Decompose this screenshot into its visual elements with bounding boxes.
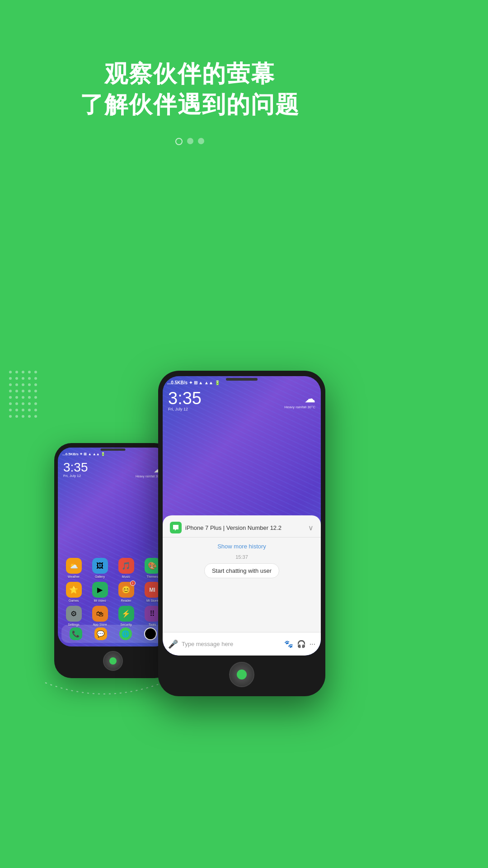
small-screen-content: ...0.5KB/s ✦ ⊞ ▲ ▲▲ 🔋 3:35 Fri, July 12 …	[58, 448, 168, 646]
small-status-data: ...0.5KB/s ✦ ⊞ ▲ ▲▲ 🔋	[62, 452, 105, 456]
gallery-app-label: Gallery	[95, 575, 105, 578]
small-phone-screen: ...0.5KB/s ✦ ⊞ ▲ ▲▲ 🔋 3:35 Fri, July 12 …	[58, 448, 168, 646]
large-status-data: ...0.5KB/s ✦ ⊞ ▲ ▲▲ 🔋	[167, 380, 220, 385]
chat-input-field[interactable]: Type message here	[182, 641, 281, 647]
reader-app-label: Reader	[121, 599, 131, 602]
small-status-bar: ...0.5KB/s ✦ ⊞ ▲ ▲▲ 🔋	[58, 448, 168, 460]
list-item[interactable]: ⭐ Games	[62, 582, 85, 602]
reader-app-icon: 😊1	[118, 582, 134, 598]
large-home-button[interactable]	[229, 662, 254, 687]
games-app-icon: ⭐	[66, 582, 82, 598]
chat-device-info: iPhone 7 Plus | Version Number 12.2	[185, 524, 282, 531]
header-line1: 观察伙伴的萤幕	[104, 61, 275, 87]
indicator-dot-3[interactable]	[198, 138, 204, 144]
dock-browser[interactable]: 🌐	[119, 627, 132, 640]
large-status-bar: ...0.5KB/s ✦ ⊞ ▲ ▲▲ 🔋	[163, 376, 321, 389]
settings-app-icon: ⚙	[66, 606, 82, 622]
large-screen-content: ...0.5KB/s ✦ ⊞ ▲ ▲▲ 🔋 3:35 Fri, July 12 …	[163, 376, 321, 656]
small-time: 3:35	[63, 461, 88, 474]
list-item[interactable]: ⚡ Security	[115, 606, 137, 626]
security-app-icon: ⚡	[118, 606, 134, 622]
list-item[interactable]: ▶ Mi Video	[89, 582, 111, 602]
large-phone-screen: ...0.5KB/s ✦ ⊞ ▲ ▲▲ 🔋 3:35 Fri, July 12 …	[163, 376, 321, 656]
headset-button[interactable]: 🎧	[297, 640, 306, 648]
themes-app-label: Themes	[146, 575, 158, 578]
header-section: 观察伙伴的萤幕 了解伙伴遇到的问题	[0, 0, 380, 120]
phones-section: ...0.5KB/s ✦ ⊞ ▲ ▲▲ 🔋 3:35 Fri, July 12 …	[0, 371, 380, 696]
list-item[interactable]: 😊1 Reader	[115, 582, 137, 602]
list-item[interactable]: ⚙ Settings	[62, 606, 85, 626]
list-item[interactable]: 🖼 Gallery	[89, 558, 111, 578]
chat-input-bar: 🎤 Type message here 🐾 🎧 ···	[163, 632, 321, 656]
small-clock-area: 3:35 Fri, July 12	[63, 461, 88, 478]
chat-header-left: iPhone 7 Plus | Version Number 12.2	[170, 522, 282, 533]
list-item[interactable]: ⛅ Weather	[62, 558, 85, 578]
small-home-button[interactable]	[103, 651, 123, 671]
chat-toolbar-icons: 🐾 🎧 ···	[284, 640, 315, 648]
large-weather-area: ☁ Heavy rainfall 30°C	[284, 392, 315, 409]
header-line2: 了解伙伴遇到的问题	[80, 91, 300, 118]
small-date: Fri, July 12	[63, 474, 88, 478]
large-clock-area: 3:35 Fri, July 12	[168, 390, 202, 411]
large-phone: ...0.5KB/s ✦ ⊞ ▲ ▲▲ 🔋 3:35 Fri, July 12 …	[158, 371, 325, 696]
small-phone: ...0.5KB/s ✦ ⊞ ▲ ▲▲ 🔋 3:35 Fri, July 12 …	[54, 443, 172, 678]
music-app-icon: 🎵	[118, 558, 134, 574]
list-item[interactable]: 🛍 App Store	[89, 606, 111, 626]
mivideo-app-icon: ▶	[92, 582, 108, 598]
large-date: Fri, July 12	[168, 407, 202, 411]
chat-timestamp: 15:37	[235, 554, 248, 560]
dock-phone[interactable]: 📞	[70, 627, 82, 640]
gallery-app-icon: 🖼	[92, 558, 108, 574]
indicator-dot-2[interactable]	[187, 138, 193, 144]
indicator-dot-1[interactable]	[175, 138, 183, 145]
show-history-button[interactable]: Show more history	[217, 543, 266, 550]
emoji-button[interactable]: 🐾	[284, 640, 293, 648]
mistore-app-label: Mi Store	[146, 599, 158, 602]
chat-body: Show more history 15:37 Start chatting w…	[163, 538, 321, 632]
small-dock: 📞 💬 🌐 ⬤	[61, 625, 164, 643]
large-time: 3:35	[168, 390, 202, 407]
large-weather-icon: ☁	[284, 392, 315, 405]
decorative-curve	[36, 674, 172, 710]
chat-start-message: Start chatting with user	[204, 563, 279, 578]
weather-app-icon: ⛅	[66, 558, 82, 574]
weather-app-label: Weather	[68, 575, 80, 578]
mivideo-app-label: Mi Video	[94, 599, 106, 602]
list-item[interactable]: 🎵 Music	[115, 558, 137, 578]
dock-messages[interactable]: 💬	[94, 627, 107, 640]
chat-header: iPhone 7 Plus | Version Number 12.2 ∨	[163, 515, 321, 538]
small-app-grid: ⛅ Weather 🖼 Gallery 🎵 Music 🎨 Themes	[58, 558, 168, 626]
dock-camera[interactable]: ⬤	[144, 627, 157, 640]
page-indicators	[0, 138, 380, 145]
chat-app-icon	[170, 522, 182, 533]
more-button[interactable]: ···	[310, 640, 315, 648]
chat-chevron-icon[interactable]: ∨	[308, 524, 314, 532]
games-app-label: Games	[69, 599, 79, 602]
chat-panel: iPhone 7 Plus | Version Number 12.2 ∨ Sh…	[163, 515, 321, 656]
mic-button[interactable]: 🎤	[168, 639, 178, 649]
appstore-app-icon: 🛍	[92, 606, 108, 622]
large-weather-text: Heavy rainfall 30°C	[284, 405, 315, 409]
music-app-label: Music	[122, 575, 130, 578]
